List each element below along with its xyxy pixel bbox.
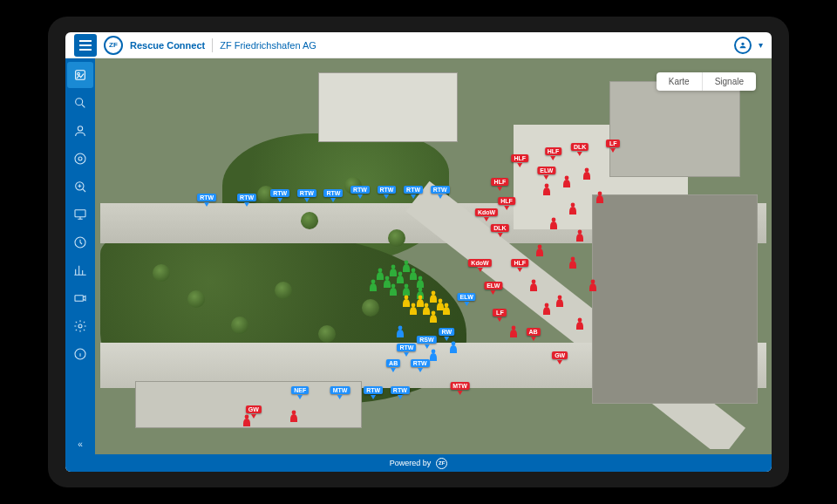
unit-marker[interactable]: NEF: [291, 386, 309, 399]
unit-marker[interactable]: DLK: [571, 143, 589, 156]
person-marker[interactable]: [509, 325, 518, 341]
unit-label: MTW: [330, 386, 350, 394]
main-area: «: [65, 58, 772, 454]
user-menu-button[interactable]: [734, 37, 752, 54]
unit-marker[interactable]: RTW: [411, 359, 430, 372]
unit-label: AB: [386, 359, 400, 367]
person-marker[interactable]: [429, 310, 438, 326]
person-marker[interactable]: [568, 202, 577, 218]
unit-marker[interactable]: HLF: [512, 154, 529, 167]
unit-label: RTW: [378, 186, 397, 194]
person-marker[interactable]: [449, 341, 458, 357]
unit-label: HLF: [545, 147, 562, 155]
unit-marker[interactable]: AB: [527, 328, 541, 341]
sidebar-item-settings[interactable]: [67, 313, 93, 339]
person-marker[interactable]: [389, 283, 398, 299]
sidebar-item-mission-overview[interactable]: [67, 62, 93, 88]
unit-marker[interactable]: ELW: [537, 167, 555, 180]
person-marker[interactable]: [555, 295, 564, 310]
unit-marker[interactable]: ELW: [484, 282, 502, 295]
person-marker[interactable]: [535, 244, 544, 260]
unit-marker[interactable]: RW: [439, 328, 454, 341]
unit-marker[interactable]: RTW: [378, 186, 397, 199]
person-marker[interactable]: [575, 317, 584, 333]
map-tab-karte[interactable]: Karte: [657, 72, 702, 91]
person-marker[interactable]: [549, 217, 558, 233]
unit-marker[interactable]: RTW: [237, 194, 256, 207]
unit-marker[interactable]: LF: [606, 140, 620, 153]
svg-point-31: [544, 183, 548, 187]
unit-marker[interactable]: RTW: [431, 186, 450, 199]
person-marker[interactable]: [568, 256, 577, 272]
unit-marker[interactable]: HLF: [512, 259, 529, 272]
brand-logo: ZF: [104, 36, 123, 55]
unit-marker[interactable]: RTW: [270, 189, 289, 202]
unit-label: HLF: [498, 197, 515, 205]
unit-marker[interactable]: RTW: [197, 194, 216, 207]
person-marker[interactable]: [442, 303, 451, 318]
unit-label: NEF: [291, 386, 309, 394]
unit-marker[interactable]: RTW: [350, 186, 370, 199]
unit-marker[interactable]: KdoW: [468, 259, 491, 272]
unit-marker[interactable]: HLF: [492, 178, 509, 191]
unit-label: HLF: [512, 154, 529, 162]
unit-marker[interactable]: LF: [493, 309, 507, 322]
menu-button[interactable]: [74, 34, 97, 57]
svg-point-10: [78, 324, 82, 328]
unit-label: DLK: [571, 143, 589, 151]
person-marker[interactable]: [589, 279, 597, 295]
person-marker[interactable]: [396, 325, 405, 341]
unit-marker[interactable]: RTW: [391, 386, 410, 399]
sidebar-item-info[interactable]: [67, 341, 93, 367]
unit-marker[interactable]: AB: [386, 359, 400, 372]
person-marker[interactable]: [402, 295, 411, 310]
unit-marker[interactable]: RTW: [297, 189, 316, 202]
person-marker[interactable]: [289, 410, 298, 426]
map-tab-signale[interactable]: Signale: [702, 72, 756, 91]
person-marker[interactable]: [369, 279, 378, 295]
sidebar-item-search-detail[interactable]: [67, 174, 93, 200]
svg-point-25: [425, 303, 429, 307]
svg-point-18: [391, 283, 396, 288]
footer-brand-logo: ZF: [436, 458, 447, 469]
person-marker[interactable]: [582, 167, 591, 183]
unit-marker[interactable]: RTW: [323, 189, 343, 202]
svg-point-38: [591, 280, 595, 284]
svg-point-15: [412, 269, 416, 273]
person-marker[interactable]: [575, 229, 584, 245]
unit-marker[interactable]: HLF: [498, 197, 515, 210]
unit-marker[interactable]: KdoW: [475, 208, 498, 221]
unit-marker[interactable]: MTW: [330, 386, 350, 399]
unit-marker[interactable]: ELW: [458, 293, 476, 306]
unit-marker[interactable]: DLK: [491, 224, 508, 237]
person-marker[interactable]: [529, 279, 538, 295]
unit-marker[interactable]: HLF: [545, 147, 562, 160]
sidebar-item-time[interactable]: [67, 229, 93, 255]
unit-marker[interactable]: RTW: [404, 186, 423, 199]
person-marker[interactable]: [595, 191, 604, 207]
sidebar-item-personnel[interactable]: [67, 118, 93, 144]
person-marker[interactable]: [542, 303, 551, 318]
satellite-map[interactable]: RTWRTWRTWRTWRTWRTWRTWRTWRTWHLFHLFDLKLFEL…: [100, 64, 766, 449]
svg-point-16: [418, 276, 422, 280]
sidebar-item-stats[interactable]: [67, 257, 93, 283]
sidebar-item-monitor[interactable]: [67, 201, 93, 228]
unit-label: RTW: [364, 386, 383, 394]
person-marker[interactable]: [429, 349, 438, 364]
unit-marker[interactable]: RSW: [417, 336, 436, 349]
sidebar-item-search[interactable]: [67, 90, 93, 116]
person-marker[interactable]: [542, 183, 551, 199]
header-divider: [212, 38, 213, 52]
sidebar-item-camera[interactable]: [67, 285, 93, 311]
chevron-down-icon[interactable]: ▾: [759, 40, 763, 50]
unit-marker[interactable]: GW: [552, 351, 568, 364]
unit-label: MTW: [450, 382, 470, 390]
sidebar-collapse-button[interactable]: «: [78, 439, 83, 449]
person-marker[interactable]: [242, 414, 251, 430]
unit-marker[interactable]: RTW: [397, 344, 416, 357]
sidebar-item-vehicles[interactable]: [67, 146, 93, 172]
unit-marker[interactable]: RTW: [364, 386, 383, 399]
unit-marker[interactable]: MTW: [450, 382, 470, 395]
unit-label: RTW: [404, 186, 423, 194]
person-marker[interactable]: [562, 175, 571, 191]
